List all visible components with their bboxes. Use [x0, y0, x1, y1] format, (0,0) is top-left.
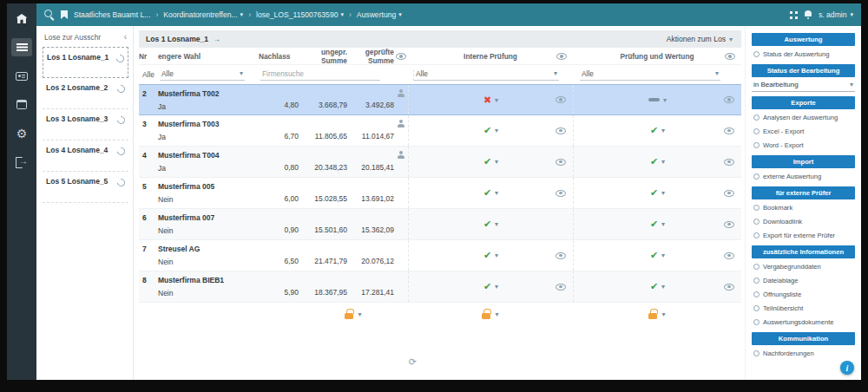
interne-pruefung-cell[interactable]: ✖▾	[408, 85, 573, 114]
collapse-chevron-icon[interactable]: ‹	[124, 32, 127, 42]
sidebar-item-logout[interactable]	[11, 153, 32, 171]
lot-actions-menu[interactable]: Aktionen zum Los▾	[667, 35, 733, 43]
chevron-down-icon[interactable]: ▾	[495, 220, 498, 228]
pruefung-wertung-cell[interactable]: ✔▾	[573, 271, 741, 302]
pruefung-wertung-cell[interactable]: ✔▾	[573, 147, 741, 177]
table-row[interactable]: 2 Musterfirma T002Ja 4,80 3.668,79 3.492…	[139, 84, 741, 115]
user-menu[interactable]: s. admin ▾	[819, 10, 853, 19]
eye-icon[interactable]	[724, 221, 734, 228]
table-row[interactable]: 5 Musterfirma 005Nein 6,00 15.028,55 13.…	[139, 178, 741, 209]
chevron-down-icon[interactable]: ▾	[663, 96, 667, 104]
lot-item-4[interactable]: Los 4 Losname_4	[43, 140, 128, 172]
firmensuche-input[interactable]: Firmensuche	[260, 69, 380, 81]
chevron-down-icon[interactable]: ▾	[495, 283, 498, 291]
sidebar-item-calendar[interactable]	[11, 95, 32, 114]
lock-summen[interactable]: ▾	[299, 310, 408, 319]
breadcrumb-item-lose[interactable]: lose_LOS_11500763590▾	[256, 10, 344, 19]
bearbeitung-status-select[interactable]: in Bearbeitung▾	[752, 79, 855, 92]
chevron-down-icon[interactable]: ▾	[661, 283, 665, 291]
search-icon[interactable]	[44, 10, 55, 20]
pruefung-wertung-cell[interactable]: ✔▾	[573, 115, 741, 146]
link-dateiablage[interactable]: Dateiablage	[752, 274, 855, 286]
chevron-down-icon[interactable]: ▾	[661, 158, 665, 166]
eye-icon[interactable]	[724, 252, 734, 259]
filter-interne-pruefung[interactable]: Alle▾	[413, 69, 559, 81]
interne-pruefung-cell[interactable]: ✔▾	[408, 209, 573, 239]
lot-item-3[interactable]: Los 3 Losname_3	[43, 109, 128, 140]
table-row[interactable]: 6 Musterfirma 007Nein 0,90 15.501,60 15.…	[139, 209, 741, 240]
link-oeffnungsliste[interactable]: Öffnungsliste	[752, 288, 855, 300]
chevron-down-icon[interactable]: ▾	[495, 189, 498, 197]
interne-pruefung-cell[interactable]: ✔▾	[408, 271, 573, 302]
person-edit-icon[interactable]	[398, 120, 405, 128]
filter-engere-wahl[interactable]: Alle▾	[160, 69, 245, 81]
lock-pruefung-wertung[interactable]: ▾	[573, 310, 741, 319]
chevron-down-icon[interactable]: ▾	[661, 127, 665, 134]
bookmark-icon[interactable]	[61, 10, 68, 19]
lot-title[interactable]: Los 1 Losname_1→	[146, 35, 220, 43]
eye-icon[interactable]	[396, 53, 406, 60]
eye-icon[interactable]	[725, 53, 735, 60]
link-vergabegrunddaten[interactable]: Vergabegrunddaten	[752, 260, 855, 272]
sidebar-item-contacts[interactable]	[11, 67, 32, 85]
chevron-down-icon[interactable]: ▾	[661, 189, 665, 197]
pruefung-wertung-cell[interactable]: ✔▾	[573, 209, 741, 239]
interne-pruefung-cell[interactable]: ✔▾	[408, 115, 573, 146]
bell-icon[interactable]	[804, 10, 812, 20]
interne-pruefung-cell[interactable]: ✔▾	[408, 178, 573, 208]
eye-icon[interactable]	[556, 53, 567, 60]
link-downloadlink[interactable]: Downloadlink	[752, 215, 855, 227]
pruefung-wertung-cell[interactable]: ▾	[573, 85, 741, 114]
eye-icon[interactable]	[724, 159, 734, 166]
chevron-down-icon[interactable]: ▾	[495, 252, 498, 259]
table-row[interactable]: 4 Musterfirma T004Ja 0,80 20.348,23 20.1…	[139, 147, 741, 178]
eye-icon[interactable]	[556, 284, 566, 291]
chevron-down-icon[interactable]: ▾	[495, 158, 498, 166]
interne-pruefung-cell[interactable]: ✔▾	[408, 240, 573, 271]
breadcrumb-item-auswertung[interactable]: Auswertung▾	[357, 10, 402, 19]
chevron-down-icon[interactable]: ▾	[661, 220, 665, 228]
eye-icon[interactable]	[556, 252, 566, 259]
apps-grid-icon[interactable]	[790, 11, 798, 19]
eye-icon[interactable]	[556, 190, 566, 197]
table-row[interactable]: 3 Musterfirma T003Ja 6,70 11.805,65 11.0…	[139, 115, 741, 147]
link-status-der-auswertung[interactable]: Status der Auswertung	[752, 48, 855, 60]
link-bookmark[interactable]: Bookmark	[752, 201, 855, 213]
eye-icon[interactable]	[556, 159, 566, 166]
person-edit-icon[interactable]	[398, 89, 405, 98]
eye-icon[interactable]	[724, 127, 734, 134]
link-auswertungsdokumente[interactable]: Auswertungsdokumente	[752, 316, 855, 328]
eye-icon[interactable]	[724, 190, 734, 197]
sidebar-item-home[interactable]	[11, 10, 32, 28]
interne-pruefung-cell[interactable]: ✔▾	[408, 147, 573, 177]
filter-pruefung-wertung[interactable]: Alle▾	[580, 69, 720, 81]
link-externe-auswertung[interactable]: externe Auswertung	[752, 170, 855, 182]
table-row[interactable]: 8 Musterfirma BIEB1Nein 5,90 18.367,95 1…	[139, 271, 741, 303]
table-row[interactable]: 7 Streusel AGNein 6,50 21.471,79 20.076,…	[139, 240, 741, 271]
link-export-externe-pruefer[interactable]: Export für externe Prüfer	[752, 229, 855, 241]
pruefung-wertung-cell[interactable]: ✔▾	[573, 178, 741, 208]
pruefung-wertung-cell[interactable]: ✔▾	[573, 240, 741, 271]
info-icon[interactable]: i	[840, 361, 854, 375]
breadcrumb-item-meeting[interactable]: Koordinatorentreffen...▾	[163, 10, 243, 19]
eye-icon[interactable]	[724, 284, 734, 291]
link-teilnuebersicht[interactable]: Teilnübersicht	[752, 302, 855, 314]
chevron-down-icon[interactable]: ▾	[495, 96, 498, 104]
eye-icon[interactable]	[724, 96, 734, 103]
link-analysen-der-auswertung[interactable]: Analysen der Auswertung	[752, 111, 855, 123]
sidebar-item-list[interactable]	[11, 38, 32, 56]
lock-interne-pruefung[interactable]: ▾	[408, 310, 573, 319]
lot-item-2[interactable]: Los 2 Losname_2	[43, 78, 128, 109]
link-nachforderungen[interactable]: Nachforderungen	[752, 347, 855, 359]
eye-icon[interactable]	[556, 127, 566, 134]
sidebar-item-settings[interactable]: ⚙	[11, 124, 32, 142]
lot-item-5[interactable]: Los 5 Losname_5	[43, 172, 128, 203]
chevron-down-icon[interactable]: ▾	[661, 252, 665, 259]
link-word-export[interactable]: Word - Export	[752, 139, 855, 151]
eye-icon[interactable]	[556, 96, 566, 103]
person-edit-icon[interactable]	[398, 151, 405, 160]
lot-item-1[interactable]: Los 1 Losname_1	[43, 47, 128, 78]
breadcrumb-item-project[interactable]: Staatliches Bauamt L...	[74, 10, 150, 19]
chevron-down-icon[interactable]: ▾	[495, 127, 498, 134]
link-excel-export[interactable]: Excel - Export	[752, 125, 855, 137]
